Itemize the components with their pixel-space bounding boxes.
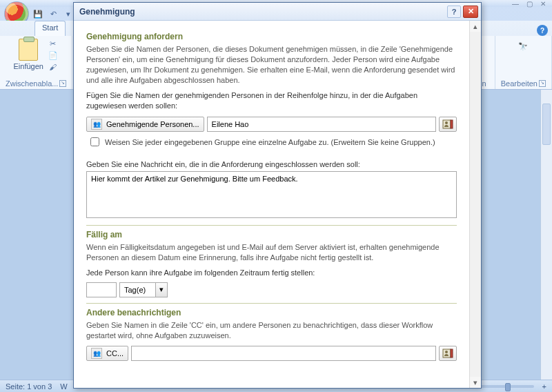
cc-row: 👥 CC... <box>86 346 457 361</box>
group-editing-title: Bearbeiten <box>501 79 538 88</box>
help-icon[interactable]: ? <box>537 25 548 36</box>
group-clipboard: Einfügen ✂ 📄 🖌 Zwischenabla... <box>0 36 72 89</box>
svg-rect-0 <box>443 120 451 128</box>
cc-button-label: CC... <box>106 349 124 357</box>
section-notify-text: Geben Sie Namen in die Zeile 'CC' ein, u… <box>86 320 457 341</box>
close-icon[interactable]: ✕ <box>538 0 548 8</box>
svg-rect-1 <box>451 120 453 128</box>
scroll-up-icon[interactable]: ▴ <box>470 21 481 32</box>
chevron-down-icon[interactable]: ▾ <box>155 282 168 297</box>
paste-icon[interactable] <box>19 39 38 61</box>
zoom-in-icon[interactable]: + <box>542 382 546 391</box>
clipboard-small-icons: ✂ 📄 🖌 <box>48 39 59 72</box>
dialog-titlebar: Genehmigung ? ✕ <box>74 3 481 21</box>
address-book-button[interactable] <box>439 117 457 132</box>
svg-rect-4 <box>451 349 453 357</box>
svg-point-2 <box>445 121 448 124</box>
message-textarea[interactable]: Hier kommt der Artikel zur Genehmigung. … <box>86 171 457 218</box>
scrollbar-track[interactable] <box>470 32 481 377</box>
vertical-scrollbar[interactable] <box>540 90 552 380</box>
address-book-icon <box>442 119 453 129</box>
each-person-label: Jede Person kann ihre Aufgabe im folgend… <box>86 268 457 277</box>
svg-point-5 <box>445 351 448 353</box>
approvers-input[interactable] <box>207 117 436 132</box>
scroll-down-icon[interactable]: ▾ <box>470 377 481 388</box>
cc-address-book-button[interactable] <box>439 346 457 361</box>
cc-input[interactable] <box>131 346 436 361</box>
approvers-button[interactable]: 👥 Genehmigende Personen... <box>86 117 204 132</box>
dialog-scrollbar[interactable]: ▴ ▾ <box>469 21 481 388</box>
approvers-row: 👥 Genehmigende Personen... <box>86 117 457 132</box>
clipboard-launcher-icon[interactable] <box>59 80 66 87</box>
section-request-title: Genehmigung anfordern <box>86 32 457 41</box>
dialog-title: Genehmigung <box>79 7 447 17</box>
duration-row: ▾ <box>86 282 457 297</box>
section-notify-title: Andere benachrichtigen <box>86 308 457 317</box>
dialog-body: Genehmigung anfordern Geben Sie die Name… <box>74 21 481 388</box>
section-request-text: Geben Sie die Namen der Personen, die di… <box>86 44 457 85</box>
group-task-checkbox[interactable] <box>90 137 99 146</box>
status-page: Seite: 1 von 3 <box>6 382 52 391</box>
order-instruction: Fügen Sie die Namen der genehmigenden Pe… <box>86 90 457 111</box>
dialog-help-button[interactable]: ? <box>447 6 461 18</box>
section-due-title: Fällig am <box>86 230 457 239</box>
scrollbar-thumb[interactable] <box>542 104 551 145</box>
group-clipboard-title: Zwischenabla... <box>6 79 58 88</box>
section-due-text: Wenn ein Fälligkeitsdatum angegeben ist … <box>86 242 457 263</box>
group-editing: 🔭 Bearbeiten <box>495 36 552 89</box>
people-icon: 👥 <box>91 119 102 130</box>
group-task-checkbox-label: Weisen Sie jeder eingegebenen Gruppe ein… <box>105 138 435 146</box>
address-book-icon <box>442 349 453 358</box>
approvers-button-label: Genehmigende Personen... <box>106 120 199 128</box>
divider-1 <box>86 225 457 226</box>
cut-icon[interactable]: ✂ <box>48 39 59 48</box>
people-icon: 👥 <box>91 348 102 359</box>
cc-button[interactable]: 👥 CC... <box>86 346 128 361</box>
status-words: W <box>60 382 67 391</box>
message-label: Geben Sie eine Nachricht ein, die in die… <box>86 160 457 168</box>
format-painter-icon[interactable]: 🖌 <box>48 62 59 72</box>
undo-icon[interactable]: ↶ <box>47 8 59 20</box>
approval-dialog: Genehmigung ? ✕ Genehmigung anfordern Ge… <box>73 2 482 389</box>
duration-unit-input[interactable] <box>119 282 155 297</box>
dialog-content: Genehmigung anfordern Geben Sie die Name… <box>74 21 469 388</box>
divider-2 <box>86 303 457 304</box>
save-icon[interactable]: 💾 <box>32 8 44 20</box>
duration-number-input[interactable] <box>86 282 117 297</box>
maximize-icon[interactable]: ▢ <box>524 0 534 8</box>
zoom-slider[interactable] <box>479 385 534 388</box>
dialog-close-button[interactable]: ✕ <box>463 6 478 18</box>
minimize-icon[interactable]: — <box>511 0 520 8</box>
svg-rect-3 <box>443 349 451 357</box>
editing-launcher-icon[interactable] <box>539 80 546 87</box>
copy-icon[interactable]: 📄 <box>48 50 59 60</box>
tab-start[interactable]: Start <box>34 21 66 36</box>
paste-label: Einfügen <box>14 62 43 70</box>
duration-unit-combo[interactable]: ▾ <box>119 282 168 297</box>
find-icon[interactable]: 🔭 <box>515 39 531 54</box>
group-task-checkbox-row[interactable]: Weisen Sie jeder eingegebenen Gruppe ein… <box>90 137 457 146</box>
